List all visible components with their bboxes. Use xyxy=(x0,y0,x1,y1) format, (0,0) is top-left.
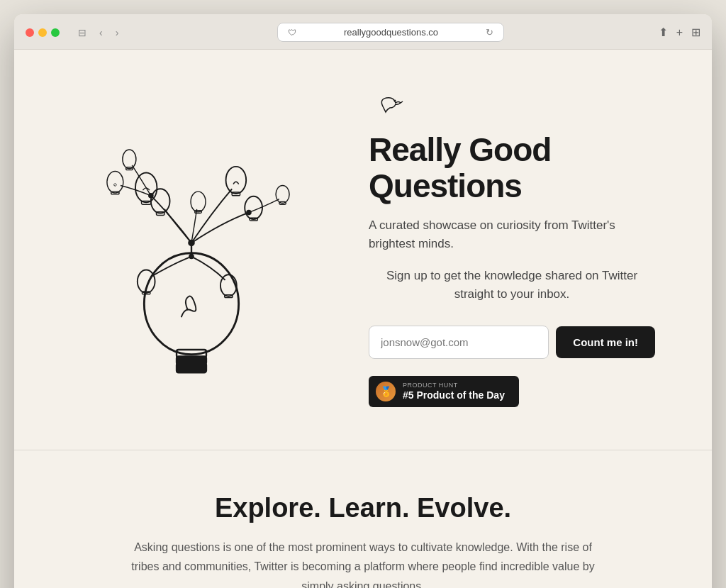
hero-illustration xyxy=(57,108,326,392)
address-bar[interactable]: 🛡 reallygoodquestions.co ↻ xyxy=(277,23,504,42)
close-button[interactable] xyxy=(26,28,34,37)
browser-navigation: ⊟ ‹ › xyxy=(74,26,123,40)
product-hunt-rank: #5 Product of the Day xyxy=(403,389,505,401)
svg-point-27 xyxy=(246,210,252,216)
product-hunt-label: PRODUCT HUNT xyxy=(403,382,505,389)
security-icon: 🛡 xyxy=(288,28,296,38)
svg-point-9 xyxy=(226,167,247,194)
traffic-lights xyxy=(26,28,60,37)
share-button[interactable]: ⬆ xyxy=(659,26,668,39)
email-form: Count me in! xyxy=(369,326,655,359)
bird-decoration xyxy=(369,92,655,123)
new-tab-button[interactable]: + xyxy=(676,26,683,39)
bird-icon xyxy=(369,92,404,121)
product-hunt-text: PRODUCT HUNT #5 Product of the Day xyxy=(403,382,505,401)
hero-section: Really Good Questions A curated showcase… xyxy=(14,50,712,450)
svg-point-28 xyxy=(189,254,194,260)
svg-point-13 xyxy=(276,186,289,204)
forward-button[interactable]: › xyxy=(111,26,123,40)
email-input[interactable] xyxy=(369,326,549,359)
product-hunt-badge[interactable]: 🏅 PRODUCT HUNT #5 Product of the Day xyxy=(369,376,519,407)
window-manager-icon[interactable]: ⊟ xyxy=(74,26,91,40)
browser-chrome: ⊟ ‹ › 🛡 reallygoodquestions.co ↻ ⬆ + ⊞ xyxy=(14,14,712,50)
hero-title: Really Good Questions xyxy=(369,132,655,204)
svg-point-23 xyxy=(191,192,206,212)
svg-point-7 xyxy=(151,189,170,213)
url-text: reallygoodquestions.co xyxy=(301,27,481,38)
hero-subtitle: A curated showcase on curiosity from Twi… xyxy=(369,216,655,253)
lightbulb-illustration xyxy=(71,108,312,392)
svg-point-15 xyxy=(107,172,123,193)
explore-title: Explore. Learn. Evolve. xyxy=(85,493,641,523)
cta-button[interactable]: Count me in! xyxy=(556,326,655,358)
hero-description: Sign up to get the knowledge shared on T… xyxy=(369,267,655,303)
grid-button[interactable]: ⊞ xyxy=(691,26,700,39)
explore-section: Explore. Learn. Evolve. Asking questions… xyxy=(14,450,712,588)
browser-actions: ⬆ + ⊞ xyxy=(659,26,700,39)
svg-rect-3 xyxy=(177,363,206,372)
svg-point-29 xyxy=(394,100,396,102)
svg-point-19 xyxy=(220,274,237,296)
product-hunt-medal: 🏅 xyxy=(376,382,396,401)
hero-text-content: Really Good Questions A curated showcase… xyxy=(354,92,655,407)
browser-window: ⊟ ‹ › 🛡 reallygoodquestions.co ↻ ⬆ + ⊞ xyxy=(14,14,712,588)
minimize-button[interactable] xyxy=(38,28,47,37)
svg-point-21 xyxy=(123,150,136,169)
page-content: Really Good Questions A curated showcase… xyxy=(14,50,712,588)
svg-point-0 xyxy=(144,253,238,355)
svg-point-26 xyxy=(148,193,154,199)
explore-description-1: Asking questions is one of the most prom… xyxy=(122,538,604,588)
address-bar-wrapper: 🛡 reallygoodquestions.co ↻ xyxy=(131,23,649,42)
maximize-button[interactable] xyxy=(51,28,60,37)
refresh-button[interactable]: ↻ xyxy=(486,27,493,38)
svg-point-25 xyxy=(188,240,195,247)
back-button[interactable]: ‹ xyxy=(95,26,107,40)
